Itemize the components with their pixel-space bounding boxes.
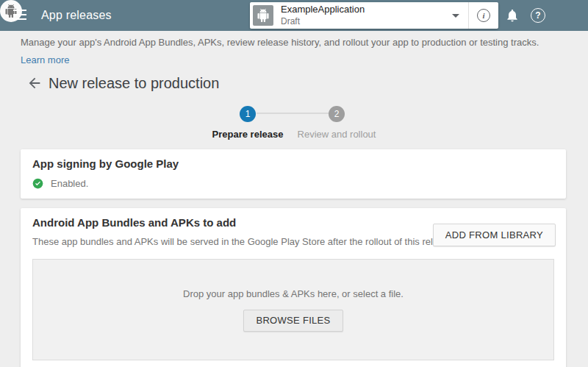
step-1-label: Prepare release (204, 129, 292, 140)
app-signing-card: App signing by Google Play Enabled. (21, 149, 566, 199)
learn-more-link[interactable]: Learn more (21, 54, 69, 65)
track-description: Manage your app's Android App Bundles, A… (21, 37, 567, 66)
chevron-down-icon[interactable] (452, 14, 459, 18)
menu-icon[interactable] (13, 10, 26, 20)
android-app-icon (253, 5, 273, 26)
notifications-bell-icon[interactable] (503, 7, 521, 24)
app-selector-dropdown[interactable]: ExampleApplication Draft i (250, 2, 498, 29)
app-signing-status-text: Enabled. (51, 178, 88, 189)
selected-app-name: ExampleApplication (281, 4, 365, 15)
app-signing-title: App signing by Google Play (32, 157, 179, 170)
help-icon[interactable]: ? (529, 7, 547, 24)
info-icon[interactable]: i (477, 9, 490, 22)
track-description-text: Manage your app's Android App Bundles, A… (21, 37, 567, 48)
step-2-label: Review and rollout (293, 129, 381, 140)
bundles-card: Android App Bundles and APKs to add Thes… (21, 208, 566, 367)
dropzone-hint-text: Drop your app bundles & APKs here, or se… (183, 288, 404, 299)
bundles-description: These app bundles and APKs will be serve… (32, 236, 456, 247)
stepper-connector (257, 113, 329, 114)
selected-app-info: ExampleApplication Draft (281, 4, 365, 26)
browse-files-button[interactable]: BROWSE FILES (243, 310, 343, 332)
add-from-library-button[interactable]: ADD FROM LIBRARY (433, 224, 556, 246)
selector-divider (468, 2, 469, 29)
app-signing-status: Enabled. (32, 178, 88, 189)
step-1-indicator: 1 (240, 106, 256, 122)
step-2-indicator: 2 (329, 106, 345, 122)
page-title: New release to production (49, 75, 219, 92)
check-circle-icon (32, 178, 43, 189)
bundles-title: Android App Bundles and APKs to add (32, 216, 236, 229)
top-app-bar: App releases ExampleApplication Draft i … (0, 0, 588, 31)
selected-app-status: Draft (281, 16, 365, 27)
app-releases-page: App releases ExampleApplication Draft i … (0, 0, 588, 367)
back-arrow-icon[interactable] (26, 75, 43, 91)
page-header-title: App releases (41, 9, 112, 22)
file-dropzone[interactable]: Drop your app bundles & APKs here, or se… (32, 259, 554, 360)
